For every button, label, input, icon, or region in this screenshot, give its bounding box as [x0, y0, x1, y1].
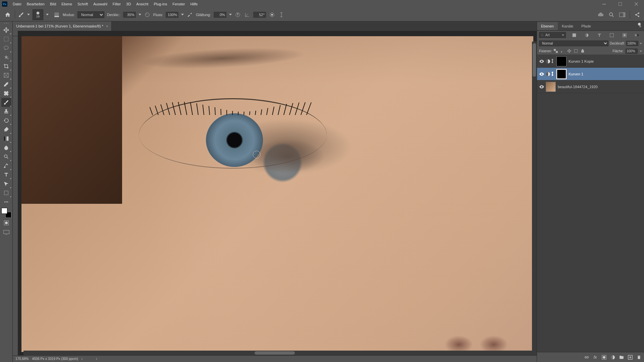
symmetry-icon[interactable] [278, 11, 285, 18]
menu-ansicht[interactable]: Ansicht [133, 1, 151, 7]
pressure-size-icon[interactable] [269, 11, 275, 18]
stamp-tool[interactable] [1, 107, 11, 116]
menu-plugins[interactable]: Plug-ins [151, 1, 170, 7]
flow-input[interactable] [166, 12, 178, 18]
menu-3d[interactable]: 3D [123, 1, 133, 7]
layer-row[interactable]: beautiful-1844724_1920 [537, 80, 644, 93]
filter-pixel-icon[interactable] [572, 33, 577, 38]
color-swatches[interactable] [1, 208, 11, 218]
crop-tool[interactable] [1, 62, 11, 71]
tool-preset-dropdown[interactable] [27, 14, 30, 15]
tab-close-icon[interactable]: × [106, 24, 108, 28]
cloud-docs-icon[interactable] [597, 11, 604, 18]
opacity-stepper[interactable] [640, 43, 642, 44]
layer-thumbnail[interactable] [546, 82, 556, 92]
visibility-toggle[interactable] [538, 85, 545, 88]
lock-position-icon[interactable] [567, 49, 572, 54]
smoothing-dropdown[interactable] [229, 14, 232, 15]
eyedropper-tool[interactable] [1, 80, 11, 89]
filter-adjustment-icon[interactable] [584, 33, 589, 38]
new-group-icon[interactable] [619, 354, 625, 360]
brush-tool-indicator[interactable] [18, 11, 24, 18]
menu-fenster[interactable]: Fenster [170, 1, 187, 7]
selection-tool[interactable] [1, 53, 11, 62]
fill-stepper[interactable] [640, 51, 642, 52]
layer-row[interactable]: Kurven 1 [537, 68, 644, 80]
status-arrow-right[interactable]: › [82, 357, 83, 361]
minimize-button[interactable] [596, 0, 612, 8]
filter-smartobject-icon[interactable] [622, 33, 627, 38]
lock-pixels-icon[interactable] [560, 49, 565, 54]
dodge-tool[interactable] [1, 152, 11, 161]
layer-blend-mode[interactable]: Normal [539, 41, 608, 46]
airbrush-icon[interactable] [186, 11, 193, 18]
filter-toggle[interactable] [634, 33, 640, 38]
quick-mask-toggle[interactable] [1, 219, 11, 227]
new-layer-icon[interactable] [627, 354, 633, 360]
shape-tool[interactable] [1, 188, 11, 197]
link-layers-icon[interactable] [584, 354, 590, 360]
blur-tool[interactable] [1, 143, 11, 152]
new-adjustment-icon[interactable] [610, 354, 616, 360]
layer-fill-input[interactable] [626, 49, 638, 54]
toolbar-grip[interactable] [3, 23, 10, 25]
layer-mask-thumb[interactable] [556, 69, 567, 79]
menu-schrift[interactable]: Schrift [75, 1, 91, 7]
layer-name[interactable]: Kurven 1 Kopie [569, 59, 594, 63]
pen-tool[interactable] [1, 161, 11, 170]
filter-shape-icon[interactable] [609, 33, 614, 38]
layer-name[interactable]: beautiful-1844724_1920 [558, 85, 598, 89]
layer-mask-thumb[interactable] [556, 56, 567, 66]
frame-tool[interactable] [1, 71, 11, 80]
eraser-tool[interactable] [1, 125, 11, 134]
document-tab[interactable]: Unbenannt-1 bei 171% (Kurven 1, Ebenenma… [13, 21, 112, 31]
gradient-tool[interactable] [1, 134, 11, 143]
pressure-opacity-icon[interactable] [144, 11, 151, 18]
maximize-button[interactable] [612, 0, 628, 8]
brush-dropdown-icon[interactable] [46, 14, 51, 15]
history-brush-tool[interactable] [1, 116, 11, 125]
lock-all-icon[interactable] [581, 49, 585, 54]
visibility-toggle[interactable] [538, 60, 545, 63]
smoothing-options-icon[interactable] [234, 11, 241, 18]
vertical-ruler[interactable] [13, 36, 18, 355]
menu-bearbeiten[interactable]: Bearbeiten [24, 1, 47, 7]
document-dimensions[interactable]: 4936 Px x 3319 Px (300 ppcm) [32, 357, 78, 361]
layer-filter-type[interactable]: Art [539, 32, 566, 38]
type-tool[interactable] [1, 170, 11, 179]
more-tools[interactable] [1, 197, 11, 206]
zoom-level[interactable]: 170,68% [15, 357, 29, 361]
workspace-icon[interactable] [619, 11, 626, 18]
adjustment-icon[interactable] [545, 72, 551, 76]
lock-artboard-icon[interactable] [574, 49, 579, 54]
visibility-toggle[interactable] [538, 72, 545, 76]
path-selection-tool[interactable] [1, 179, 11, 188]
layer-opacity-input[interactable] [626, 41, 638, 46]
menu-hilfe[interactable]: Hilfe [187, 1, 200, 7]
layer-style-icon[interactable]: fx [592, 354, 598, 360]
vertical-scrollbar[interactable] [532, 42, 537, 351]
search-icon[interactable] [608, 11, 615, 18]
menu-datei[interactable]: Datei [10, 1, 24, 7]
blend-mode-select[interactable]: Normal [77, 11, 104, 18]
tab-pfade[interactable]: Pfade [577, 22, 595, 30]
smoothing-input[interactable] [214, 12, 226, 18]
healing-tool[interactable] [1, 89, 11, 98]
ruler-origin[interactable] [13, 31, 18, 36]
menu-ebene[interactable]: Ebene [59, 1, 75, 7]
canvas[interactable] [18, 36, 537, 355]
brush-panel-toggle[interactable] [53, 11, 60, 18]
status-arrow-left[interactable]: ‹ [96, 357, 97, 361]
screen-mode-toggle[interactable] [1, 228, 11, 237]
lasso-tool[interactable] [1, 44, 11, 53]
adjustment-icon[interactable] [545, 59, 551, 64]
tab-kanaele[interactable]: Kanäle [558, 22, 577, 30]
marquee-tool[interactable] [1, 35, 11, 44]
share-icon[interactable] [634, 11, 641, 18]
angle-input[interactable] [253, 12, 266, 18]
move-tool[interactable] [1, 25, 11, 35]
menu-filter[interactable]: Filter [110, 1, 123, 7]
flow-dropdown[interactable] [181, 14, 184, 15]
add-mask-icon[interactable] [601, 354, 607, 360]
lock-transparency-icon[interactable] [554, 49, 558, 54]
